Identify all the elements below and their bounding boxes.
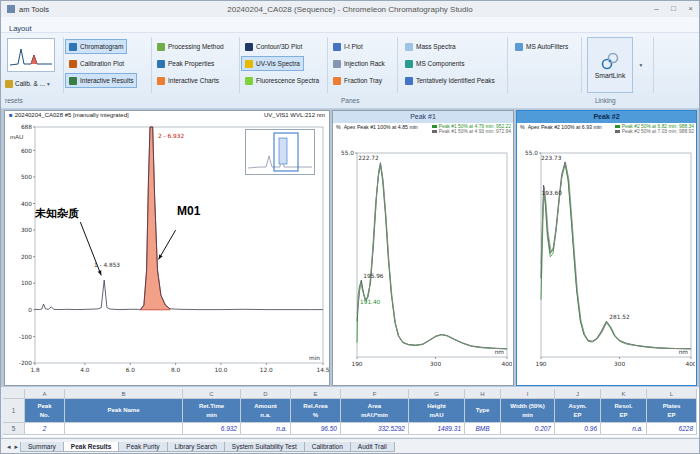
column-header[interactable]: Type [465, 399, 501, 423]
column-header[interactable]: Ret.Timemin [183, 399, 241, 423]
sheet-tab-audit-trail[interactable]: Audit Trail [350, 442, 395, 452]
ribbon-button-injection-rack[interactable]: Injection Rack [329, 56, 389, 71]
peak1-header[interactable]: Peak #1 [333, 111, 513, 123]
ribbon-button-ms-components[interactable]: MS Components [401, 56, 468, 71]
table-cell[interactable]: 2 [25, 423, 65, 435]
column-letter[interactable]: E [291, 389, 341, 399]
column-header[interactable]: PeakNo. [25, 399, 65, 423]
table-cell[interactable]: 0.96 [555, 423, 601, 435]
sheet-tab-calibration[interactable]: Calibration [304, 442, 351, 452]
zoom-overview-inset[interactable] [245, 129, 315, 175]
sheet-tab-library-search[interactable]: Library Search [167, 442, 225, 452]
column-letter[interactable]: C [183, 389, 241, 399]
row-number[interactable]: 5 [3, 423, 25, 435]
smartlink-button[interactable]: SmartLink [587, 37, 633, 93]
calibration-plot-icon [69, 60, 77, 68]
column-header[interactable]: Width (50%)min [501, 399, 555, 423]
peak2-header[interactable]: Peak #2 [517, 111, 696, 123]
ribbon-separator [327, 37, 328, 93]
tentatively-identified-peaks-icon [405, 77, 413, 85]
column-letter[interactable]: J [555, 389, 601, 399]
ribbon-button-mass-spectra[interactable]: Mass Spectra [401, 39, 460, 54]
ribbon-button-label: MS Components [416, 60, 464, 67]
ribbon-button-interactive-results[interactable]: Interactive Results [65, 73, 137, 88]
ribbon-separator [63, 37, 64, 93]
chart-text: 195.96 [363, 273, 384, 279]
ribbon-button-chromatogram[interactable]: Chromatogram [65, 39, 127, 54]
column-header-unit: No. [25, 411, 64, 419]
column-letter[interactable]: G [409, 389, 465, 399]
chart-text: 688 [21, 124, 32, 130]
column-header[interactable]: Amountn.a. [241, 399, 291, 423]
column-letter[interactable]: D [241, 389, 291, 399]
minimize-button[interactable]: – [648, 2, 665, 16]
smartlink-dropdown-button[interactable]: ▾ [635, 37, 647, 93]
chromatogram-preview-button[interactable] [7, 38, 55, 72]
ribbon-button-label: Fraction Tray [344, 77, 382, 84]
calib-label: Calib. & ... [15, 80, 45, 87]
chart-text: 500 [21, 174, 32, 180]
table-cell[interactable]: 6228 [647, 423, 697, 435]
ribbon-button-contour-3d-plot[interactable]: Contour/3D Plot [241, 39, 306, 54]
ribbon: Calib. & ... ▾ Chromatogram Calibration … [1, 33, 699, 109]
ribbon-button-uv-vis-spectra[interactable]: UV-Vis Spectra [241, 56, 304, 71]
ribbon-button-interactive-charts[interactable]: Interactive Charts [153, 73, 223, 88]
column-letter[interactable]: K [601, 389, 647, 399]
column-letter[interactable]: B [65, 389, 183, 399]
sheet-tab-peak-results[interactable]: Peak Results [63, 442, 119, 452]
channel-label: UV_VIS1 WVL:212 nm [264, 112, 325, 119]
tab-nav-next-icon[interactable]: ▸ [15, 443, 19, 451]
ribbon-button-calibration-plot[interactable]: Calibration Plot [65, 56, 128, 71]
column-header-unit: mAU [409, 411, 464, 419]
column-header[interactable]: Resol.EP [601, 399, 647, 423]
ribbon-button-label: Interactive Charts [168, 77, 219, 84]
menu-layout[interactable]: Layout [9, 21, 32, 33]
table-cell[interactable]: 96.50 [291, 423, 341, 435]
processing-method-icon [157, 43, 165, 51]
sheet-tab-peak-purity[interactable]: Peak Purity [118, 442, 167, 452]
column-letter[interactable]: I [501, 389, 555, 399]
calib-dropdown-button[interactable]: Calib. & ... ▾ [4, 76, 64, 91]
column-header[interactable]: Asym.EP [555, 399, 601, 423]
table-cell[interactable]: 6.932 [183, 423, 241, 435]
ribbon-button-fluorescence-spectra[interactable]: Fluorescence Spectra [241, 73, 323, 88]
sheet-tab-system-suitability-test[interactable]: System Suitability Test [224, 442, 305, 452]
smartlink-label: SmartLink [595, 72, 626, 79]
ribbon-button-processing-method[interactable]: Processing Method [153, 39, 228, 54]
table-cell[interactable]: n.a. [241, 423, 291, 435]
peak-properties-icon [157, 60, 165, 68]
ribbon-button-peak-properties[interactable]: Peak Properties [153, 56, 218, 71]
sheet-tab-summary[interactable]: Summary [20, 442, 64, 452]
column-letter[interactable]: F [341, 389, 409, 399]
column-header[interactable]: AreamAU*min [341, 399, 409, 423]
peak2-spectrum-plot[interactable]: 19030040055.0223.73193.60281.52nm [517, 111, 695, 383]
column-header[interactable]: Peak Name [65, 399, 183, 423]
tab-nav-prev-icon[interactable]: ◂ [7, 443, 11, 451]
peak2-legend: Peak #2 50% at 6.82 min: 988.34 Peak #2 … [615, 124, 694, 134]
table-cell[interactable]: BMB [465, 423, 501, 435]
row-number[interactable]: 1 [3, 399, 25, 423]
column-letter[interactable]: H [465, 389, 501, 399]
table-cell[interactable]: n.a. [601, 423, 647, 435]
column-letter[interactable]: A [25, 389, 65, 399]
column-header-unit: EP [647, 411, 696, 419]
ribbon-button-tentatively-identified-peaks[interactable]: Tentatively Identified Peaks [401, 73, 499, 88]
column-header[interactable]: PlatesEP [647, 399, 697, 423]
column-header[interactable]: HeightmAU [409, 399, 465, 423]
peak1-spectrum-plot[interactable]: 19030040055.0222.72195.96191.40nm [333, 111, 512, 384]
column-header[interactable]: Rel.Area% [291, 399, 341, 423]
close-button[interactable]: × [682, 2, 699, 16]
table-cell[interactable]: 0.207 [501, 423, 555, 435]
ribbon-button-ms-autofilters[interactable]: MS AutoFilters [511, 39, 572, 54]
ribbon-button-i-t-plot[interactable]: I-t Plot [329, 39, 367, 54]
column-letter[interactable]: L [647, 389, 697, 399]
table-cell[interactable] [65, 423, 183, 435]
table-cell[interactable]: 1489.31 [409, 423, 465, 435]
table-cell[interactable]: 332.5292 [341, 423, 409, 435]
maximize-button[interactable]: □ [665, 2, 682, 16]
ribbon-button-fraction-tray[interactable]: Fraction Tray [329, 73, 386, 88]
table-corner[interactable] [3, 389, 25, 399]
chart-text: 4.0 [80, 367, 90, 373]
group-label-linking: Linking [595, 97, 616, 104]
peak1-apex-line: % Apex Peak #1 100% at 4.85 min [336, 124, 418, 130]
